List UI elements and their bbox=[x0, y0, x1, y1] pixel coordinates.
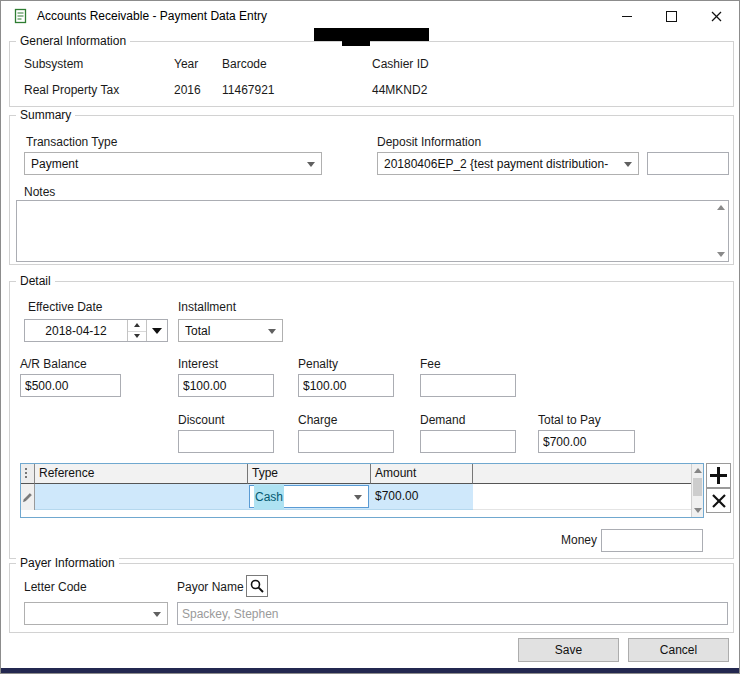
installment-combobox[interactable]: Total bbox=[178, 319, 283, 342]
total-to-pay-label: Total to Pay bbox=[538, 413, 601, 427]
scroll-down-icon[interactable] bbox=[694, 508, 702, 513]
money-input[interactable] bbox=[601, 529, 703, 552]
charge-input[interactable] bbox=[298, 430, 394, 453]
detail-group: Detail Effective Date 2018-04-12 Install… bbox=[9, 281, 734, 559]
grid-scrollbar[interactable] bbox=[691, 464, 703, 517]
year-label: Year bbox=[174, 57, 198, 71]
arrow-down-icon bbox=[134, 334, 140, 338]
grid-header-filler bbox=[473, 464, 693, 484]
close-button[interactable] bbox=[694, 1, 739, 31]
date-spinner bbox=[127, 320, 147, 341]
payor-name-input[interactable] bbox=[177, 602, 728, 625]
maximize-icon bbox=[666, 11, 677, 22]
summary-group: Summary Transaction Type Payment Deposit… bbox=[9, 115, 734, 265]
cashier-id-value: 44MKND2 bbox=[372, 83, 427, 97]
discount-input[interactable] bbox=[178, 430, 274, 453]
notes-label: Notes bbox=[24, 185, 55, 199]
interest-input[interactable] bbox=[178, 374, 274, 397]
deposit-information-combobox[interactable]: 20180406EP_2 {test payment distribution- bbox=[377, 152, 639, 175]
grid-header-reference[interactable]: Reference bbox=[35, 464, 248, 484]
discount-label: Discount bbox=[178, 413, 225, 427]
ar-balance-label: A/R Balance bbox=[20, 357, 87, 371]
payer-information-group: Payer Information Letter Code Payor Name bbox=[9, 563, 734, 633]
general-information-group: General Information Subsystem Year Barco… bbox=[9, 41, 734, 107]
spin-down-button[interactable] bbox=[128, 331, 146, 342]
deposit-information-label: Deposit Information bbox=[377, 135, 481, 149]
demand-input[interactable] bbox=[420, 430, 516, 453]
scrollbar-thumb[interactable] bbox=[693, 478, 702, 496]
deposit-extra-input[interactable] bbox=[647, 152, 729, 175]
grid-cell-type[interactable]: Cash bbox=[248, 484, 371, 510]
effective-date-value: 2018-04-12 bbox=[25, 324, 127, 338]
arrow-up-icon bbox=[134, 323, 140, 327]
type-combobox[interactable]: Cash bbox=[249, 485, 369, 508]
letter-code-combobox[interactable] bbox=[24, 602, 168, 625]
grid-cell-amount[interactable]: $700.00 bbox=[371, 484, 473, 510]
barcode-label: Barcode bbox=[222, 57, 267, 71]
notes-field bbox=[16, 200, 729, 262]
titlebar: Accounts Receivable - Payment Data Entry bbox=[1, 1, 739, 31]
grid-cell-reference[interactable] bbox=[35, 484, 248, 510]
payor-search-button[interactable] bbox=[246, 575, 268, 597]
charge-label: Charge bbox=[298, 413, 337, 427]
fee-label: Fee bbox=[420, 357, 441, 371]
cancel-button[interactable]: Cancel bbox=[628, 638, 729, 662]
general-information-legend: General Information bbox=[16, 34, 130, 48]
money-label: Money bbox=[513, 533, 597, 547]
redaction-bar bbox=[314, 28, 429, 41]
effective-date-picker[interactable]: 2018-04-12 bbox=[24, 319, 168, 342]
penalty-label: Penalty bbox=[298, 357, 338, 371]
minimize-icon bbox=[622, 16, 632, 17]
chevron-down-icon bbox=[354, 495, 362, 500]
scroll-up-icon[interactable] bbox=[717, 205, 725, 210]
minimize-button[interactable] bbox=[604, 1, 649, 31]
fee-input[interactable] bbox=[420, 374, 516, 397]
total-to-pay-input[interactable] bbox=[538, 430, 635, 453]
interest-label: Interest bbox=[178, 357, 218, 371]
grid-row-selector[interactable] bbox=[21, 484, 35, 510]
barcode-value: 11467921 bbox=[222, 83, 275, 97]
cashier-id-label: Cashier ID bbox=[372, 57, 429, 71]
payment-data-entry-dialog: Accounts Receivable - Payment Data Entry… bbox=[0, 0, 740, 674]
effective-date-label: Effective Date bbox=[28, 300, 102, 314]
transaction-type-value: Payment bbox=[31, 157, 303, 171]
chevron-down-icon bbox=[624, 162, 632, 167]
delete-row-button[interactable] bbox=[706, 488, 731, 513]
demand-label: Demand bbox=[420, 413, 465, 427]
redaction-bar bbox=[342, 41, 370, 46]
deposit-information-value: 20180406EP_2 {test payment distribution- bbox=[384, 157, 620, 171]
date-dropdown-button[interactable] bbox=[147, 320, 167, 341]
maximize-button[interactable] bbox=[649, 1, 694, 31]
year-value: 2016 bbox=[174, 83, 201, 97]
grid-corner[interactable] bbox=[21, 464, 35, 484]
scroll-up-icon[interactable] bbox=[694, 468, 702, 473]
search-icon bbox=[250, 579, 264, 593]
grid-header-amount[interactable]: Amount bbox=[371, 464, 473, 484]
cancel-button-label: Cancel bbox=[660, 643, 697, 657]
grid-header-type[interactable]: Type bbox=[248, 464, 371, 484]
ar-balance-input[interactable] bbox=[20, 374, 121, 397]
chevron-down-icon bbox=[268, 329, 276, 334]
x-icon bbox=[711, 493, 727, 509]
subsystem-value: Real Property Tax bbox=[24, 83, 119, 97]
summary-legend: Summary bbox=[16, 108, 75, 122]
transaction-type-label: Transaction Type bbox=[26, 135, 117, 149]
pencil-icon bbox=[22, 492, 33, 503]
drag-handle-icon bbox=[25, 468, 27, 470]
app-icon bbox=[13, 8, 29, 24]
chevron-down-icon bbox=[153, 612, 161, 617]
add-row-button[interactable] bbox=[706, 463, 731, 488]
payer-information-legend: Payer Information bbox=[16, 556, 119, 570]
save-button-label: Save bbox=[555, 643, 582, 657]
subsystem-label: Subsystem bbox=[24, 57, 83, 71]
installment-label: Installment bbox=[178, 300, 236, 314]
installment-value: Total bbox=[185, 324, 264, 338]
notes-input[interactable] bbox=[16, 200, 729, 262]
save-button[interactable]: Save bbox=[518, 638, 619, 662]
chevron-down-icon bbox=[152, 328, 162, 334]
window-title: Accounts Receivable - Payment Data Entry bbox=[37, 9, 267, 23]
penalty-input[interactable] bbox=[298, 374, 394, 397]
scroll-down-icon[interactable] bbox=[717, 252, 725, 257]
transaction-type-combobox[interactable]: Payment bbox=[24, 152, 322, 175]
letter-code-label: Letter Code bbox=[24, 580, 87, 594]
